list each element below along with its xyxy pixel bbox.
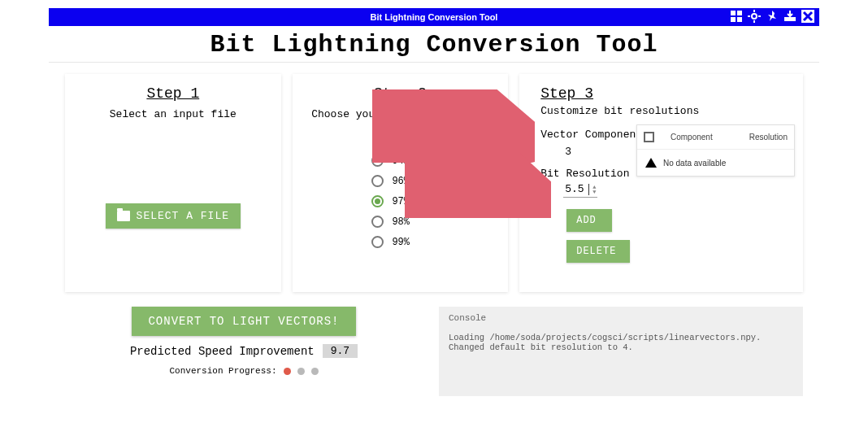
- accuracy-radio-group: 94% 96% 97% 98% 99%: [304, 155, 497, 248]
- radio-label: 99%: [392, 237, 410, 248]
- table-empty-row: No data available: [637, 150, 794, 176]
- svg-rect-0: [731, 11, 736, 15]
- tray-icon[interactable]: [783, 10, 796, 24]
- col-component: Component: [671, 133, 713, 142]
- pin-icon[interactable]: [766, 10, 779, 24]
- step3-title: Step 3: [531, 85, 792, 102]
- radio-icon: [371, 236, 384, 248]
- speed-label: Predicted Speed Improvement: [130, 345, 315, 358]
- target-icon[interactable]: [748, 10, 761, 24]
- bit-resolution-input-wrap[interactable]: ▲ ▼: [563, 183, 597, 198]
- table-header: Component Resolution: [637, 125, 794, 150]
- card-step2: Step 2 Choose your desired accuracy 94% …: [293, 74, 509, 292]
- speed-row: Predicted Speed Improvement 9.7: [130, 344, 358, 358]
- footer-left: CONVERT TO LIGHT VECTORS! Predicted Spee…: [65, 307, 423, 396]
- radio-label: 98%: [392, 216, 410, 228]
- accuracy-option-96[interactable]: 96%: [371, 175, 428, 187]
- radio-icon: [371, 216, 384, 228]
- step1-title: Step 1: [76, 85, 270, 102]
- add-label: ADD: [576, 215, 597, 226]
- table-empty-text: No data available: [663, 159, 726, 168]
- window-titlebar: Bit Lightning Conversion Tool: [49, 8, 819, 26]
- delete-label: DELETE: [576, 246, 616, 257]
- select-all-checkbox[interactable]: [644, 132, 654, 142]
- convert-label: CONVERT TO LIGHT VECTORS!: [148, 315, 339, 328]
- radio-icon: [371, 195, 384, 207]
- close-icon[interactable]: [801, 10, 814, 24]
- svg-rect-8: [758, 15, 761, 17]
- svg-rect-7: [748, 15, 750, 17]
- page-title: Bit Lightning Conversion Tool: [0, 31, 868, 59]
- radio-icon: [371, 175, 384, 187]
- number-spinner[interactable]: ▲ ▼: [592, 185, 596, 194]
- text-cursor: [588, 184, 589, 195]
- divider: [49, 62, 819, 63]
- svg-rect-2: [731, 17, 736, 22]
- grid-icon[interactable]: [730, 10, 743, 24]
- step2-title: Step 2: [304, 85, 497, 102]
- radio-label: 94%: [392, 155, 410, 167]
- accuracy-option-98[interactable]: 98%: [371, 216, 428, 228]
- delete-button[interactable]: DELETE: [566, 240, 630, 263]
- step1-subtitle: Select an input file: [76, 108, 270, 120]
- resolution-table: Component Resolution No data available: [636, 124, 795, 177]
- progress-row: Conversion Progress:: [169, 366, 318, 376]
- progress-dot-3: [311, 368, 319, 375]
- convert-button[interactable]: CONVERT TO LIGHT VECTORS!: [132, 307, 355, 336]
- step2-subtitle: Choose your desired accuracy: [304, 108, 497, 120]
- step3-subtitle: Customize bit resolutions: [531, 105, 792, 117]
- svg-rect-3: [737, 17, 742, 22]
- steps-row: Step 1 Select an input file SELECT A FIL…: [0, 74, 868, 292]
- card-step3: Step 3 Customize bit resolutions Vector …: [519, 74, 803, 292]
- accuracy-option-97[interactable]: 97%: [371, 195, 428, 207]
- console-panel: Console Loading /home/soda/projects/cogs…: [439, 307, 803, 396]
- select-file-label: SELECT A FILE: [137, 210, 229, 222]
- progress-dot-2: [297, 368, 305, 375]
- radio-icon: [371, 155, 384, 167]
- accuracy-option-94[interactable]: 94%: [371, 155, 428, 167]
- svg-rect-9: [784, 17, 796, 21]
- console-title: Console: [449, 313, 793, 323]
- footer: CONVERT TO LIGHT VECTORS! Predicted Spee…: [0, 307, 868, 396]
- bit-resolution-input[interactable]: [565, 183, 588, 195]
- titlebar-controls: [730, 10, 814, 24]
- accuracy-option-99[interactable]: 99%: [371, 236, 428, 248]
- console-line: Loading /home/soda/projects/cogsci/scrip…: [449, 333, 793, 342]
- spinner-down-icon[interactable]: ▼: [592, 190, 596, 194]
- svg-rect-1: [737, 11, 742, 15]
- warning-icon: [645, 158, 657, 168]
- add-button[interactable]: ADD: [566, 209, 612, 232]
- progress-dot-1: [284, 368, 291, 375]
- folder-icon: [117, 211, 130, 221]
- col-resolution: Resolution: [749, 133, 788, 142]
- console-line: Changed default bit resolution to 4.: [449, 342, 793, 352]
- svg-point-4: [752, 14, 757, 19]
- select-file-button[interactable]: SELECT A FILE: [106, 203, 241, 229]
- svg-rect-6: [753, 20, 755, 23]
- svg-rect-5: [753, 10, 755, 12]
- progress-label: Conversion Progress:: [169, 366, 276, 376]
- radio-label: 97%: [392, 196, 410, 207]
- card-step1: Step 1 Select an input file SELECT A FIL…: [65, 74, 281, 292]
- speed-value: 9.7: [323, 344, 358, 358]
- radio-label: 96%: [392, 176, 410, 187]
- window-title: Bit Lightning Conversion Tool: [371, 12, 498, 22]
